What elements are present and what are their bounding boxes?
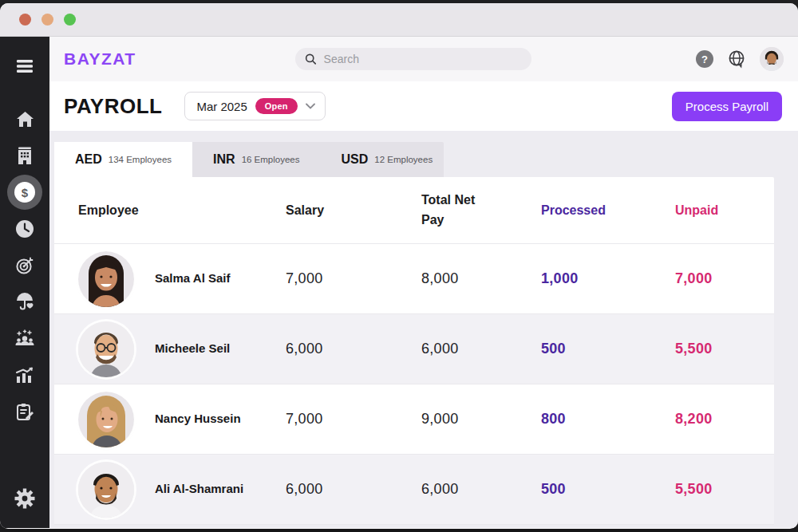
- sidebar-item-settings[interactable]: [6, 480, 43, 517]
- sidebar-item-time[interactable]: [6, 211, 43, 247]
- processed-value: 1,000: [541, 270, 675, 287]
- sidebar-item-analytics[interactable]: [6, 357, 43, 394]
- unpaid-value: 7,000: [675, 270, 774, 287]
- search-bar[interactable]: [295, 48, 531, 70]
- unpaid-value: 8,200: [675, 411, 774, 428]
- process-payroll-button[interactable]: Process Payroll: [672, 92, 782, 121]
- tab-aed[interactable]: AED 134 Employees: [54, 142, 192, 177]
- status-badge: Open: [255, 98, 298, 114]
- building-icon: [17, 147, 33, 164]
- bayzat-logo[interactable]: BAYZAT: [64, 49, 136, 69]
- tab-employee-count: 12 Employees: [374, 155, 433, 164]
- search-icon: [305, 53, 317, 65]
- unpaid-value: 5,500: [675, 481, 774, 498]
- svg-text:$: $: [22, 186, 29, 199]
- employee-name: Ali Al-Shamrani: [155, 480, 244, 499]
- table-header-row: Employee Salary Total Net Pay Processed …: [54, 177, 774, 244]
- processed-value: 500: [541, 481, 675, 498]
- payroll-header: PAYROLL Mar 2025 Open Process Payroll: [49, 81, 798, 131]
- unpaid-value: 5,500: [675, 341, 774, 357]
- pay-period-label: Mar 2025: [196, 100, 247, 113]
- app-topbar: BAYZAT ?: [49, 37, 798, 81]
- target-icon: [15, 256, 34, 275]
- currency-tabs: AED 134 Employees INR 16 Employees USD 1…: [54, 142, 444, 177]
- net-pay-value: 9,000: [421, 411, 541, 428]
- employee-name: Micheele Seil: [155, 340, 244, 358]
- salary-value: 7,000: [286, 411, 421, 428]
- sidebar-item-requests[interactable]: [6, 394, 43, 431]
- clipboard-edit-icon: [15, 403, 34, 422]
- zoom-window-button[interactable]: [64, 14, 76, 26]
- help-icon[interactable]: ?: [696, 50, 713, 68]
- sidebar-item-team[interactable]: [6, 321, 43, 357]
- sidebar-item-goals[interactable]: [6, 247, 43, 284]
- employee-name: Nancy Hussein: [155, 410, 244, 428]
- pay-period-select[interactable]: Mar 2025 Open: [184, 92, 325, 120]
- tab-currency-label: INR: [213, 152, 235, 167]
- sidebar-item-company[interactable]: [6, 137, 43, 174]
- payroll-section: AED 134 Employees INR 16 Employees USD 1…: [49, 131, 798, 528]
- processed-value: 500: [541, 341, 675, 357]
- gear-icon: [14, 488, 35, 509]
- column-header-employee: Employee: [54, 203, 286, 218]
- payroll-table: Employee Salary Total Net Pay Processed …: [54, 177, 774, 525]
- column-header-net-pay: Total Net Pay: [421, 191, 495, 231]
- sidebar-item-payroll[interactable]: $: [7, 175, 42, 210]
- tab-employee-count: 16 Employees: [242, 155, 300, 164]
- home-icon: [16, 111, 34, 128]
- salary-value: 7,000: [286, 270, 421, 287]
- user-avatar-image: [760, 47, 784, 71]
- processed-value: 800: [541, 411, 675, 428]
- employee-avatar: [78, 462, 134, 518]
- page-title: PAYROLL: [64, 94, 162, 119]
- table-row[interactable]: Micheele Seil 6,000 6,000 500 5,500: [54, 314, 774, 384]
- dollar-icon: $: [14, 181, 36, 203]
- net-pay-value: 6,000: [421, 341, 541, 357]
- close-window-button[interactable]: [19, 14, 31, 26]
- employee-avatar: [78, 251, 134, 307]
- table-row[interactable]: Salma Al Saif 7,000 8,000 1,000 7,000: [54, 244, 774, 314]
- search-input[interactable]: [324, 53, 522, 65]
- window-titlebar: [0, 3, 798, 37]
- employee-avatar: [78, 321, 134, 377]
- column-header-salary: Salary: [286, 203, 421, 218]
- menu-toggle-button[interactable]: [6, 48, 43, 85]
- tab-currency-label: AED: [75, 152, 102, 167]
- table-row[interactable]: Nancy Hussein 7,000 9,000 800 8,200: [54, 384, 774, 455]
- clock-icon: [15, 219, 34, 238]
- chevron-down-icon: [306, 103, 315, 109]
- umbrella-heart-icon: [15, 293, 35, 312]
- chart-growth-icon: [15, 366, 34, 385]
- tab-inr[interactable]: INR 16 Employees: [192, 142, 320, 177]
- sidebar-nav: $: [0, 37, 49, 528]
- column-header-processed: Processed: [541, 203, 675, 218]
- salary-value: 6,000: [286, 341, 421, 357]
- sidebar-item-home[interactable]: [6, 100, 43, 137]
- net-pay-value: 8,000: [421, 270, 541, 287]
- salary-value: 6,000: [286, 481, 421, 498]
- tab-currency-label: USD: [342, 152, 369, 167]
- hamburger-icon: [15, 59, 34, 73]
- tab-employee-count: 134 Employees: [109, 155, 172, 164]
- minimize-window-button[interactable]: [41, 14, 53, 26]
- sidebar-item-insurance[interactable]: [6, 284, 43, 321]
- globe-language-icon[interactable]: [727, 49, 746, 69]
- net-pay-value: 6,000: [421, 481, 541, 498]
- employee-name: Salma Al Saif: [155, 270, 244, 288]
- user-avatar[interactable]: [760, 47, 784, 71]
- app-window: $: [0, 3, 798, 529]
- employee-avatar: [78, 392, 134, 447]
- column-header-unpaid: Unpaid: [675, 203, 774, 218]
- team-sparkle-icon: [14, 329, 35, 349]
- tab-usd[interactable]: USD 12 Employees: [321, 142, 454, 177]
- table-row[interactable]: Ali Al-Shamrani 6,000 6,000 500 5,500: [54, 455, 774, 525]
